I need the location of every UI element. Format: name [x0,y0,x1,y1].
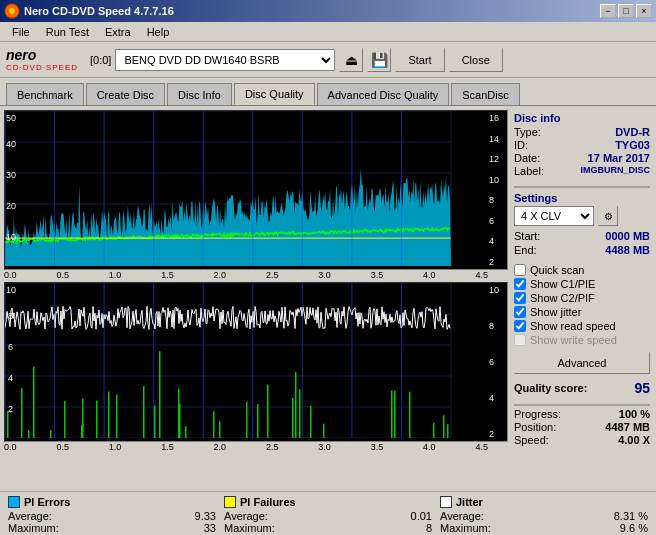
pi-errors-max: Maximum: 33 [8,522,216,534]
speed-value: 4.00 X [618,434,650,446]
show-read-speed-checkbox[interactable] [514,320,526,332]
maximize-button[interactable]: □ [618,4,634,18]
show-c2pif-label: Show C2/PIF [530,292,595,304]
menu-help[interactable]: Help [139,24,178,40]
settings-gear-button[interactable]: ⚙ [598,206,618,226]
pi-errors-group: PI Errors Average: 9.33 Maximum: 33 Tota… [8,496,216,535]
menu-extra[interactable]: Extra [97,24,139,40]
end-value: 4488 MB [605,244,650,256]
show-read-speed-label: Show read speed [530,320,616,332]
position-value: 4487 MB [605,421,650,433]
main-content: 16141210 8642 0.00.51.01.5 2.02.53.03.5 … [0,106,656,491]
position-label: Position: [514,421,556,433]
disc-label-row: Label: IMGBURN_DISC [514,165,650,177]
end-label: End: [514,244,537,256]
toolbar: nero CD·DVD·SPEED [0:0] BENQ DVD DD DW16… [0,42,656,78]
speed-label: Speed: [514,434,549,446]
jitter-title: Jitter [456,496,483,508]
start-value: 0000 MB [605,230,650,242]
quick-scan-row: Quick scan [514,264,650,276]
show-jitter-row: Show jitter [514,306,650,318]
tab-disc-info[interactable]: Disc Info [167,83,232,105]
quick-scan-label: Quick scan [530,264,584,276]
pi-errors-color [8,496,20,508]
svg-point-1 [9,8,15,14]
quality-score-value: 95 [634,380,650,396]
disc-info-section: Disc info Type: DVD-R ID: TYG03 Date: 17… [514,112,650,178]
show-c1pie-checkbox[interactable] [514,278,526,290]
progress-section: Progress: 100 % Position: 4487 MB Speed:… [514,402,650,447]
start-label: Start: [514,230,540,242]
window-controls[interactable]: − □ × [600,4,652,18]
disc-label-value: IMGBURN_DISC [580,165,650,177]
show-c1pie-row: Show C1/PIE [514,278,650,290]
jitter-avg: Average: 8.31 % [440,510,648,522]
show-write-speed-row: Show write speed [514,334,650,346]
menu-bar: File Run Test Extra Help [0,22,656,42]
eject-icon[interactable]: ⏏ [339,48,363,72]
progress-row: Progress: 100 % [514,408,650,420]
disc-type-row: Type: DVD-R [514,126,650,138]
advanced-button[interactable]: Advanced [514,352,650,374]
right-panel: Disc info Type: DVD-R ID: TYG03 Date: 17… [512,110,652,487]
jitter-group: Jitter Average: 8.31 % Maximum: 9.6 % PO… [440,496,648,535]
top-chart: 16141210 8642 [4,110,508,270]
show-c2pif-checkbox[interactable] [514,292,526,304]
jitter-max: Maximum: 9.6 % [440,522,648,534]
settings-label: Settings [514,192,650,204]
tab-disc-quality[interactable]: Disc Quality [234,83,315,105]
position-row: Position: 4487 MB [514,421,650,433]
drive-label: [0:0] [90,54,111,66]
save-icon[interactable]: 💾 [367,48,391,72]
bottom-chart-x-axis: 0.00.51.01.5 2.02.53.03.5 4.04.5 [4,442,508,452]
settings-section: Settings 4 X CLV 8 X CLV Max ⚙ Start: 00… [514,192,650,258]
pi-errors-avg: Average: 9.33 [8,510,216,522]
start-button[interactable]: Start [395,48,444,72]
show-c2pif-row: Show C2/PIF [514,292,650,304]
progress-value: 100 % [619,408,650,420]
disc-id-row: ID: TYG03 [514,139,650,151]
top-chart-y-axis: 16141210 8642 [487,111,507,269]
menu-file[interactable]: File [4,24,38,40]
pi-failures-color [224,496,236,508]
pi-failures-max: Maximum: 8 [224,522,432,534]
show-write-speed-checkbox[interactable] [514,334,526,346]
end-row: End: 4488 MB [514,244,650,256]
speed-select[interactable]: 4 X CLV 8 X CLV Max [514,206,594,226]
tab-advanced-disc-quality[interactable]: Advanced Disc Quality [317,83,450,105]
nero-logo: nero CD·DVD·SPEED [6,47,78,72]
pi-failures-title: PI Failures [240,496,296,508]
disc-date-key: Date: [514,152,540,164]
speed-row: 4 X CLV 8 X CLV Max ⚙ [514,206,650,226]
app-icon [4,3,20,19]
nero-logo-text: nero [6,47,78,63]
jitter-color [440,496,452,508]
disc-date-value: 17 Mar 2017 [588,152,650,164]
nero-logo-subtitle: CD·DVD·SPEED [6,63,78,72]
tab-benchmark[interactable]: Benchmark [6,83,84,105]
quality-score-section: Quality score: 95 [514,380,650,396]
show-read-speed-row: Show read speed [514,320,650,332]
tab-scan-disc[interactable]: ScanDisc [451,83,519,105]
top-chart-x-axis: 0.00.51.01.5 2.02.53.03.5 4.04.5 [4,270,508,280]
tab-create-disc[interactable]: Create Disc [86,83,165,105]
show-write-speed-label: Show write speed [530,334,617,346]
pi-failures-avg: Average: 0.01 [224,510,432,522]
pi-errors-title: PI Errors [24,496,70,508]
disc-label-key: Label: [514,165,544,177]
disc-info-label: Disc info [514,112,650,124]
title-bar: Nero CD-DVD Speed 4.7.7.16 − □ × [0,0,656,22]
quick-scan-checkbox[interactable] [514,264,526,276]
close-button[interactable]: × [636,4,652,18]
minimize-button[interactable]: − [600,4,616,18]
quality-score-label: Quality score: [514,382,587,394]
drive-select[interactable]: BENQ DVD DD DW1640 BSRB [115,49,335,71]
close-button-toolbar[interactable]: Close [449,48,503,72]
checkbox-section: Quick scan Show C1/PIE Show C2/PIF Show … [514,264,650,348]
progress-label: Progress: [514,408,561,420]
bottom-chart: 108642 [4,282,508,442]
chart-area: 16141210 8642 0.00.51.01.5 2.02.53.03.5 … [4,110,508,487]
menu-run-test[interactable]: Run Test [38,24,97,40]
show-jitter-checkbox[interactable] [514,306,526,318]
disc-id-key: ID: [514,139,528,151]
